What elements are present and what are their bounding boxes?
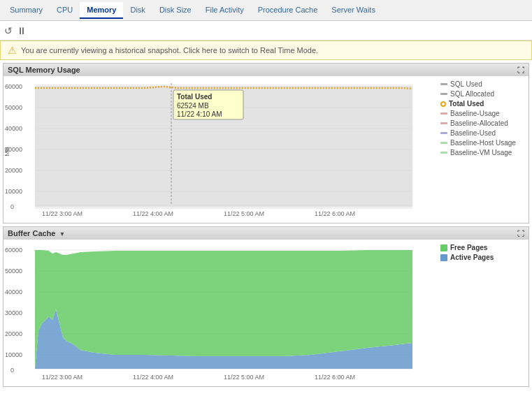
legend-baseline-host: Baseline-Host Usage bbox=[440, 139, 526, 147]
tab-server-waits[interactable]: Server Waits bbox=[324, 2, 382, 19]
memory-chart-header: SQL Memory Usage ⛶ bbox=[3, 64, 529, 76]
svg-text:MB: MB bbox=[3, 147, 10, 156]
buffer-dropdown-arrow[interactable]: ▼ bbox=[59, 230, 66, 237]
svg-text:11/22 4:10 AM: 11/22 4:10 AM bbox=[177, 110, 222, 118]
memory-chart-body: 60000 50000 40000 30000 20000 10000 0 MB bbox=[3, 76, 529, 223]
legend-baseline-used-dot bbox=[440, 132, 447, 134]
svg-text:11/22 6:00 AM: 11/22 6:00 AM bbox=[315, 210, 355, 217]
svg-text:62524 MB: 62524 MB bbox=[177, 102, 209, 110]
legend-baseline-used: Baseline-Used bbox=[440, 129, 526, 137]
svg-text:11/22 5:00 AM: 11/22 5:00 AM bbox=[224, 210, 264, 217]
buffer-chart-area: 60000 50000 40000 30000 20000 10000 0 bbox=[3, 240, 438, 386]
legend-free-pages-label: Free Pages bbox=[450, 244, 487, 251]
svg-text:30000: 30000 bbox=[5, 309, 22, 316]
svg-text:0: 0 bbox=[10, 367, 14, 374]
legend-baseline-vm-dot bbox=[440, 152, 447, 154]
legend-free-pages-dot bbox=[440, 244, 447, 251]
buffer-chart-panel: Buffer Cache ▼ ⛶ 60000 50000 40000 30000… bbox=[3, 226, 529, 387]
legend-total-used-label: Total Used bbox=[449, 100, 484, 108]
legend-baseline-host-label: Baseline-Host Usage bbox=[450, 139, 516, 147]
tab-cpu[interactable]: CPU bbox=[50, 2, 80, 19]
legend-baseline-vm-label: Baseline-VM Usage bbox=[450, 149, 512, 156]
memory-chart-panel: SQL Memory Usage ⛶ 60000 50000 40000 300… bbox=[3, 63, 529, 224]
memory-chart-title: SQL Memory Usage bbox=[8, 66, 80, 74]
alert-bar[interactable]: ⚠ You are currently viewing a historical… bbox=[0, 41, 532, 60]
svg-text:11/22 4:00 AM: 11/22 4:00 AM bbox=[133, 374, 173, 381]
memory-chart-legend: SQL Used SQL Allocated Total Used Baseli… bbox=[438, 76, 529, 223]
memory-chart-area: 60000 50000 40000 30000 20000 10000 0 MB bbox=[3, 76, 438, 223]
svg-text:11/22 4:00 AM: 11/22 4:00 AM bbox=[133, 210, 173, 217]
buffer-chart-header: Buffer Cache ▼ ⛶ bbox=[3, 227, 529, 240]
tab-disk[interactable]: Disk bbox=[123, 2, 152, 19]
toolbar: ↺ ⏸ bbox=[0, 21, 532, 41]
legend-baseline-host-dot bbox=[440, 142, 447, 144]
svg-text:60000: 60000 bbox=[5, 83, 22, 90]
svg-text:40000: 40000 bbox=[5, 125, 22, 132]
nav-tabs: Summary CPU Memory Disk Disk Size File A… bbox=[0, 0, 532, 21]
svg-text:11/22 3:00 AM: 11/22 3:00 AM bbox=[42, 210, 82, 217]
svg-text:0: 0 bbox=[10, 203, 14, 210]
legend-baseline-allocated-label: Baseline-Allocated bbox=[450, 119, 508, 127]
legend-active-pages-dot bbox=[440, 254, 447, 261]
svg-text:20000: 20000 bbox=[5, 167, 22, 174]
warning-icon: ⚠ bbox=[8, 45, 17, 56]
buffer-chart-legend: Free Pages Active Pages bbox=[438, 240, 529, 386]
legend-sql-allocated-label: SQL Allocated bbox=[450, 90, 494, 98]
legend-sql-used: SQL Used bbox=[440, 80, 526, 88]
tab-summary[interactable]: Summary bbox=[3, 2, 50, 19]
svg-text:50000: 50000 bbox=[5, 268, 22, 274]
buffer-chart-body: 60000 50000 40000 30000 20000 10000 0 bbox=[3, 240, 529, 386]
buffer-chart-expand[interactable]: ⛶ bbox=[517, 230, 524, 237]
svg-text:20000: 20000 bbox=[5, 330, 22, 337]
legend-baseline-allocated-dot bbox=[440, 122, 447, 124]
pause-button[interactable]: ⏸ bbox=[17, 25, 27, 36]
svg-text:11/22 3:00 AM: 11/22 3:00 AM bbox=[42, 374, 82, 381]
legend-active-pages-label: Active Pages bbox=[450, 254, 494, 261]
svg-text:10000: 10000 bbox=[5, 188, 22, 195]
memory-chart-expand[interactable]: ⛶ bbox=[517, 66, 524, 74]
legend-baseline-usage-dot bbox=[440, 112, 447, 115]
svg-text:11/22 6:00 AM: 11/22 6:00 AM bbox=[315, 374, 355, 381]
svg-text:40000: 40000 bbox=[5, 288, 22, 295]
svg-text:11/22 5:00 AM: 11/22 5:00 AM bbox=[224, 374, 264, 381]
refresh-button[interactable]: ↺ bbox=[4, 25, 13, 36]
legend-sql-used-dot bbox=[440, 83, 447, 85]
legend-sql-allocated: SQL Allocated bbox=[440, 90, 526, 98]
svg-text:10000: 10000 bbox=[5, 351, 22, 358]
legend-total-used: Total Used bbox=[440, 100, 526, 108]
svg-text:50000: 50000 bbox=[5, 104, 22, 111]
legend-free-pages: Free Pages bbox=[440, 244, 526, 251]
buffer-chart-title: Buffer Cache ▼ bbox=[8, 229, 65, 237]
legend-baseline-used-label: Baseline-Used bbox=[450, 129, 496, 137]
legend-baseline-usage-label: Baseline-Usage bbox=[450, 110, 500, 117]
svg-text:60000: 60000 bbox=[5, 247, 22, 254]
buffer-svg: 60000 50000 40000 30000 20000 10000 0 bbox=[3, 240, 416, 386]
tab-file-activity[interactable]: File Activity bbox=[199, 2, 251, 19]
memory-svg: 60000 50000 40000 30000 20000 10000 0 MB bbox=[3, 76, 416, 223]
legend-sql-used-label: SQL Used bbox=[450, 80, 482, 88]
alert-message[interactable]: You are currently viewing a historical s… bbox=[21, 46, 318, 54]
svg-text:Total Used: Total Used bbox=[177, 93, 212, 101]
tab-procedure-cache[interactable]: Procedure Cache bbox=[251, 2, 325, 19]
legend-active-pages: Active Pages bbox=[440, 254, 526, 261]
legend-baseline-vm: Baseline-VM Usage bbox=[440, 149, 526, 156]
legend-sql-allocated-dot bbox=[440, 93, 447, 95]
tab-disk-size[interactable]: Disk Size bbox=[152, 2, 199, 19]
tab-memory[interactable]: Memory bbox=[80, 2, 123, 19]
legend-total-used-dot bbox=[440, 101, 446, 107]
legend-baseline-usage: Baseline-Usage bbox=[440, 110, 526, 117]
legend-baseline-allocated: Baseline-Allocated bbox=[440, 119, 526, 127]
